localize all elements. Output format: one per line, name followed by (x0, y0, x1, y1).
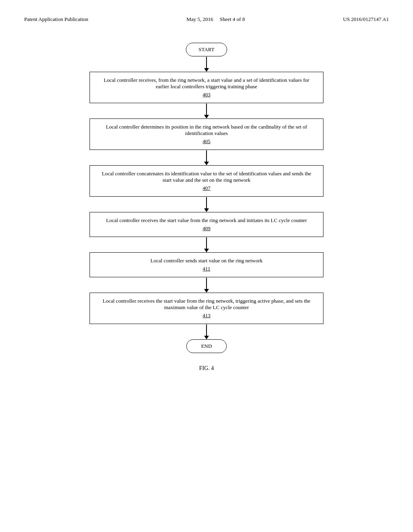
arrow-4 (204, 197, 209, 212)
step-403-box: Local controller receives, from the ring… (90, 72, 323, 103)
arrowhead (204, 68, 209, 72)
step-409-box: Local controller receives the start valu… (90, 212, 323, 237)
page: Patent Application Publication May 5, 20… (0, 0, 413, 532)
arrowhead (204, 115, 209, 118)
arrow-line (206, 57, 207, 68)
arrow-line (206, 324, 207, 336)
step-411-box: Local controller sends start value on th… (90, 252, 323, 277)
step-411-text: Local controller sends start value on th… (98, 258, 315, 264)
arrow-line (206, 197, 207, 208)
arrow-line (206, 150, 207, 162)
step-407-box: Local controller concatenates its identi… (90, 165, 323, 197)
publication-date: May 5, 2016 (186, 16, 213, 22)
arrowhead (204, 162, 209, 165)
arrowhead (204, 336, 209, 339)
sheet-info: Sheet 4 of 8 (220, 16, 245, 22)
step-405-box: Local controller determines its position… (90, 118, 323, 150)
figure-caption: FIG. 4 (24, 365, 389, 372)
step-403-num: 403 (98, 91, 315, 98)
start-label: START (198, 46, 214, 52)
patent-number: US 2016/0127147 A1 (343, 16, 389, 22)
step-405-text: Local controller determines its position… (98, 124, 315, 137)
step-413-box: Local controller receives the start valu… (90, 293, 323, 324)
step-403-text: Local controller receives, from the ring… (98, 77, 315, 90)
arrow-line (206, 237, 207, 249)
arrow-3 (204, 150, 209, 165)
arrow-1 (204, 56, 209, 72)
arrow-7 (204, 324, 209, 339)
arrow-2 (204, 103, 209, 118)
step-413-text: Local controller receives the start valu… (98, 298, 315, 311)
step-407-text: Local controller concatenates its identi… (98, 170, 315, 183)
end-label: END (201, 343, 212, 349)
step-407-num: 407 (98, 185, 315, 191)
step-411-num: 411 (98, 266, 315, 272)
end-terminal: END (186, 339, 227, 353)
arrowhead (204, 249, 209, 252)
start-terminal: START (186, 43, 227, 56)
step-405-num: 405 (98, 138, 315, 145)
arrow-6 (204, 277, 209, 293)
arrow-5 (204, 237, 209, 252)
step-409-text: Local controller receives the start valu… (98, 217, 315, 224)
header-left: Patent Application Publication (24, 16, 88, 23)
arrow-line (206, 278, 207, 289)
arrowhead (204, 208, 209, 212)
header-center: May 5, 2016 Sheet 4 of 8 (186, 16, 245, 23)
arrowhead (204, 289, 209, 293)
arrow-line (206, 104, 207, 115)
publication-label: Patent Application Publication (24, 16, 88, 22)
header-right: US 2016/0127147 A1 (343, 16, 389, 23)
step-409-num: 409 (98, 225, 315, 232)
flowchart: START Local controller receives, from th… (24, 43, 389, 353)
figure-caption-text: FIG. 4 (199, 365, 214, 371)
page-header: Patent Application Publication May 5, 20… (24, 16, 389, 23)
step-413-num: 413 (98, 312, 315, 319)
